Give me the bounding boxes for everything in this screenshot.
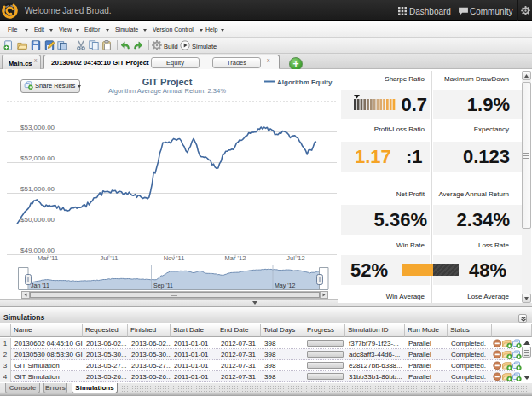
- svg-text:$50,000.00: $50,000.00: [20, 216, 55, 224]
- svg-text:$51,000.00: $51,000.00: [20, 185, 55, 193]
- svg-text:Jul '11: Jul '11: [101, 254, 119, 262]
- svg-text:GIT Project: GIT Project: [142, 77, 193, 87]
- svg-text:Jan '11: Jan '11: [31, 282, 49, 288]
- svg-text:$49,000.00: $49,000.00: [20, 247, 55, 254]
- svg-text:Sep '11: Sep '11: [153, 282, 173, 289]
- svg-text:$52,000.00: $52,000.00: [20, 154, 55, 162]
- svg-text:Mar '12: Mar '12: [225, 254, 246, 262]
- svg-text:Algorithm Average Annual Retur: Algorithm Average Annual Return: 2.34%: [108, 87, 226, 95]
- svg-text:Algorithm Equity: Algorithm Equity: [277, 79, 332, 86]
- svg-text:Mar '11: Mar '11: [38, 254, 58, 262]
- svg-text:Nov '11: Nov '11: [164, 254, 185, 262]
- svg-text:$53,000.00: $53,000.00: [20, 124, 55, 131]
- svg-text:May '12: May '12: [275, 282, 295, 289]
- svg-text:Jul '12: Jul '12: [286, 254, 304, 262]
